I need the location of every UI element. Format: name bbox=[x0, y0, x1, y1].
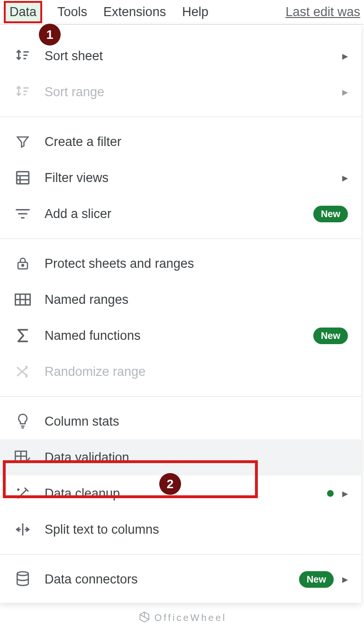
menu-help[interactable]: Help bbox=[181, 3, 209, 21]
submenu-arrow-icon: ▶ bbox=[342, 88, 348, 97]
submenu-arrow-icon: ▶ bbox=[342, 489, 348, 498]
menu-item-split-text[interactable]: Split text to columns bbox=[0, 511, 361, 547]
menu-item-column-stats[interactable]: Column stats bbox=[0, 403, 361, 439]
new-badge: New bbox=[299, 571, 334, 588]
menu-item-sort-range: Sort range ▶ bbox=[0, 74, 361, 110]
watermark-logo-icon bbox=[137, 611, 152, 625]
svg-point-2 bbox=[22, 264, 24, 266]
database-icon bbox=[12, 569, 33, 590]
menu-item-label: Named ranges bbox=[45, 292, 348, 307]
svg-point-5 bbox=[17, 572, 28, 575]
named-ranges-icon bbox=[12, 289, 33, 310]
menubar: Data Tools Extensions Help Last edit was bbox=[0, 0, 364, 25]
menu-item-filter-views[interactable]: Filter views ▶ bbox=[0, 160, 361, 196]
lightbulb-icon bbox=[12, 411, 33, 432]
menu-item-label: Filter views bbox=[45, 171, 342, 185]
watermark: OfficeWheel bbox=[137, 611, 227, 625]
update-dot-icon bbox=[327, 490, 334, 497]
watermark-text: OfficeWheel bbox=[155, 612, 227, 623]
menu-tools[interactable]: Tools bbox=[56, 3, 88, 21]
menu-item-data-connectors[interactable]: Data connectors New ▶ bbox=[0, 561, 361, 597]
last-edit-link[interactable]: Last edit was bbox=[285, 5, 360, 19]
menu-item-label: Split text to columns bbox=[45, 522, 348, 537]
sort-range-icon bbox=[12, 82, 33, 102]
menu-item-randomize: Randomize range bbox=[0, 354, 361, 390]
menu-data[interactable]: Data bbox=[4, 1, 42, 23]
menu-item-label: Protect sheets and ranges bbox=[45, 256, 348, 271]
menu-item-label: Data cleanup bbox=[45, 486, 327, 501]
menu-item-label: Data connectors bbox=[45, 572, 294, 587]
data-menu-dropdown: Sort sheet ▶ Sort range ▶ Create a filte… bbox=[0, 25, 361, 603]
menu-item-create-filter[interactable]: Create a filter bbox=[0, 124, 361, 160]
menu-item-label: Add a slicer bbox=[45, 207, 309, 221]
slicer-icon bbox=[12, 203, 33, 224]
submenu-arrow-icon: ▶ bbox=[342, 173, 348, 182]
filter-views-icon bbox=[12, 167, 33, 188]
new-badge: New bbox=[313, 328, 348, 344]
annotation-badge-1: 1 bbox=[39, 24, 61, 46]
shuffle-icon bbox=[12, 361, 33, 382]
menu-item-label: Column stats bbox=[45, 414, 348, 429]
annotation-badge-2: 2 bbox=[159, 473, 181, 495]
data-validation-icon bbox=[12, 447, 33, 468]
menu-item-label: Sort sheet bbox=[45, 49, 342, 64]
menu-separator bbox=[0, 396, 361, 397]
menu-separator bbox=[0, 554, 361, 555]
magic-wand-icon bbox=[12, 483, 33, 504]
submenu-arrow-icon: ▶ bbox=[342, 52, 348, 61]
menu-item-named-ranges[interactable]: Named ranges bbox=[0, 282, 361, 318]
filter-icon bbox=[12, 131, 33, 152]
menu-separator bbox=[0, 117, 361, 117]
lock-icon bbox=[12, 253, 33, 274]
menu-item-label: Data validation bbox=[45, 450, 348, 465]
svg-rect-0 bbox=[17, 172, 29, 184]
sort-sheet-icon bbox=[12, 46, 33, 66]
menu-separator bbox=[0, 238, 361, 239]
menu-extensions[interactable]: Extensions bbox=[102, 3, 167, 21]
submenu-arrow-icon: ▶ bbox=[342, 575, 348, 584]
menu-item-label: Named functions bbox=[45, 328, 309, 343]
split-columns-icon bbox=[12, 519, 33, 540]
sigma-icon bbox=[12, 325, 33, 346]
menu-item-label: Sort range bbox=[45, 85, 342, 100]
menu-item-label: Randomize range bbox=[45, 365, 348, 379]
menu-item-protect[interactable]: Protect sheets and ranges bbox=[0, 246, 361, 282]
new-badge: New bbox=[313, 206, 348, 222]
menu-item-named-functions[interactable]: Named functions New bbox=[0, 318, 361, 354]
menu-item-data-validation[interactable]: Data validation bbox=[0, 439, 361, 475]
menu-item-label: Create a filter bbox=[45, 135, 348, 149]
menu-item-add-slicer[interactable]: Add a slicer New bbox=[0, 196, 361, 232]
